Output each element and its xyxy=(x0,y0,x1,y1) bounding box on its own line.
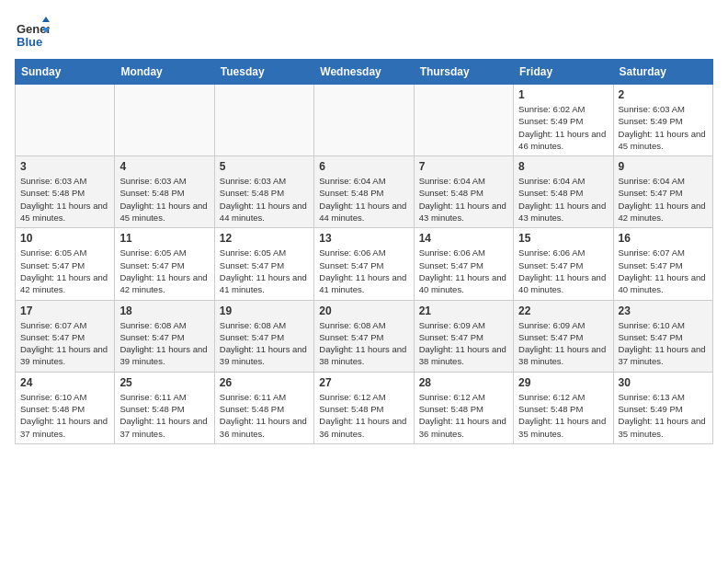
day-number: 27 xyxy=(319,376,408,389)
day-info: Sunrise: 6:03 AM Sunset: 5:48 PM Dayligh… xyxy=(119,175,209,224)
day-info: Sunrise: 6:04 AM Sunset: 5:47 PM Dayligh… xyxy=(619,175,708,224)
calendar-cell: 16Sunrise: 6:07 AM Sunset: 5:47 PM Dayli… xyxy=(613,228,712,300)
calendar-cell: 14Sunrise: 6:06 AM Sunset: 5:47 PM Dayli… xyxy=(414,228,513,300)
day-info: Sunrise: 6:08 AM Sunset: 5:47 PM Dayligh… xyxy=(119,319,209,368)
day-number: 23 xyxy=(619,304,708,317)
day-info: Sunrise: 6:06 AM Sunset: 5:47 PM Dayligh… xyxy=(518,247,608,295)
day-number: 30 xyxy=(619,376,708,389)
day-info: Sunrise: 6:07 AM Sunset: 5:47 PM Dayligh… xyxy=(619,247,708,295)
calendar-cell: 26Sunrise: 6:11 AM Sunset: 5:48 PM Dayli… xyxy=(214,372,313,443)
calendar-cell: 27Sunrise: 6:12 AM Sunset: 5:48 PM Dayli… xyxy=(314,372,414,443)
day-info: Sunrise: 6:11 AM Sunset: 5:48 PM Dayligh… xyxy=(119,391,209,440)
day-number: 29 xyxy=(518,376,608,389)
weekday-header-sunday: Sunday xyxy=(16,60,115,85)
day-info: Sunrise: 6:09 AM Sunset: 5:47 PM Dayligh… xyxy=(518,319,608,368)
calendar-cell: 29Sunrise: 6:12 AM Sunset: 5:48 PM Dayli… xyxy=(514,372,613,443)
calendar-cell: 20Sunrise: 6:08 AM Sunset: 5:47 PM Dayli… xyxy=(314,300,414,372)
calendar-cell: 19Sunrise: 6:08 AM Sunset: 5:47 PM Dayli… xyxy=(214,300,313,372)
day-number: 10 xyxy=(20,232,109,245)
day-info: Sunrise: 6:08 AM Sunset: 5:47 PM Dayligh… xyxy=(319,319,408,368)
calendar-cell: 22Sunrise: 6:09 AM Sunset: 5:47 PM Dayli… xyxy=(514,300,613,372)
calendar-cell: 3Sunrise: 6:03 AM Sunset: 5:48 PM Daylig… xyxy=(16,156,115,228)
day-info: Sunrise: 6:09 AM Sunset: 5:47 PM Dayligh… xyxy=(419,319,508,368)
calendar-cell xyxy=(115,85,214,156)
svg-marker-2 xyxy=(42,17,50,22)
day-info: Sunrise: 6:05 AM Sunset: 5:47 PM Dayligh… xyxy=(220,247,309,295)
day-number: 15 xyxy=(518,232,608,245)
calendar-cell: 8Sunrise: 6:04 AM Sunset: 5:48 PM Daylig… xyxy=(514,156,613,228)
calendar-week-5: 24Sunrise: 6:10 AM Sunset: 5:48 PM Dayli… xyxy=(16,372,713,443)
day-number: 22 xyxy=(518,304,608,317)
calendar-week-3: 10Sunrise: 6:05 AM Sunset: 5:47 PM Dayli… xyxy=(16,228,713,300)
day-number: 21 xyxy=(419,304,508,317)
calendar-week-4: 17Sunrise: 6:07 AM Sunset: 5:47 PM Dayli… xyxy=(16,300,713,372)
day-info: Sunrise: 6:05 AM Sunset: 5:47 PM Dayligh… xyxy=(20,247,109,295)
day-number: 26 xyxy=(220,376,309,389)
day-number: 20 xyxy=(319,304,408,317)
day-number: 7 xyxy=(419,160,508,173)
day-info: Sunrise: 6:04 AM Sunset: 5:48 PM Dayligh… xyxy=(419,175,508,224)
calendar-cell: 30Sunrise: 6:13 AM Sunset: 5:49 PM Dayli… xyxy=(613,372,712,443)
calendar-cell: 5Sunrise: 6:03 AM Sunset: 5:48 PM Daylig… xyxy=(214,156,313,228)
day-info: Sunrise: 6:07 AM Sunset: 5:47 PM Dayligh… xyxy=(20,319,109,368)
calendar-cell: 21Sunrise: 6:09 AM Sunset: 5:47 PM Dayli… xyxy=(414,300,513,372)
day-number: 28 xyxy=(419,376,508,389)
calendar-cell: 24Sunrise: 6:10 AM Sunset: 5:48 PM Dayli… xyxy=(16,372,115,443)
day-info: Sunrise: 6:08 AM Sunset: 5:47 PM Dayligh… xyxy=(220,319,309,368)
calendar-cell: 11Sunrise: 6:05 AM Sunset: 5:47 PM Dayli… xyxy=(115,228,214,300)
day-info: Sunrise: 6:04 AM Sunset: 5:48 PM Dayligh… xyxy=(319,175,408,224)
calendar-header-row: SundayMondayTuesdayWednesdayThursdayFrid… xyxy=(16,60,713,85)
day-number: 5 xyxy=(220,160,309,173)
calendar-body: 1Sunrise: 6:02 AM Sunset: 5:49 PM Daylig… xyxy=(16,85,713,444)
day-number: 17 xyxy=(20,304,109,317)
page-header: General Blue xyxy=(15,15,713,50)
calendar-week-2: 3Sunrise: 6:03 AM Sunset: 5:48 PM Daylig… xyxy=(16,156,713,228)
logo-icon: General Blue xyxy=(15,15,50,50)
day-info: Sunrise: 6:12 AM Sunset: 5:48 PM Dayligh… xyxy=(518,391,608,440)
day-info: Sunrise: 6:06 AM Sunset: 5:47 PM Dayligh… xyxy=(419,247,508,295)
day-info: Sunrise: 6:10 AM Sunset: 5:47 PM Dayligh… xyxy=(619,319,708,368)
day-info: Sunrise: 6:02 AM Sunset: 5:49 PM Dayligh… xyxy=(518,103,608,152)
calendar-cell: 4Sunrise: 6:03 AM Sunset: 5:48 PM Daylig… xyxy=(115,156,214,228)
calendar-cell xyxy=(414,85,513,156)
weekday-header-friday: Friday xyxy=(514,60,613,85)
weekday-header-thursday: Thursday xyxy=(414,60,513,85)
calendar-cell: 7Sunrise: 6:04 AM Sunset: 5:48 PM Daylig… xyxy=(414,156,513,228)
weekday-header-saturday: Saturday xyxy=(613,60,712,85)
day-number: 16 xyxy=(619,232,708,245)
calendar-cell: 28Sunrise: 6:12 AM Sunset: 5:48 PM Dayli… xyxy=(414,372,513,443)
day-number: 13 xyxy=(319,232,408,245)
day-number: 12 xyxy=(220,232,309,245)
day-info: Sunrise: 6:04 AM Sunset: 5:48 PM Dayligh… xyxy=(518,175,608,224)
calendar-cell: 18Sunrise: 6:08 AM Sunset: 5:47 PM Dayli… xyxy=(115,300,214,372)
day-number: 1 xyxy=(518,88,608,101)
day-info: Sunrise: 6:05 AM Sunset: 5:47 PM Dayligh… xyxy=(119,247,209,295)
weekday-header-wednesday: Wednesday xyxy=(314,60,414,85)
day-number: 14 xyxy=(419,232,508,245)
day-number: 4 xyxy=(119,160,209,173)
day-number: 6 xyxy=(319,160,408,173)
day-info: Sunrise: 6:03 AM Sunset: 5:48 PM Dayligh… xyxy=(20,175,109,224)
calendar-cell: 13Sunrise: 6:06 AM Sunset: 5:47 PM Dayli… xyxy=(314,228,414,300)
calendar-cell: 12Sunrise: 6:05 AM Sunset: 5:47 PM Dayli… xyxy=(214,228,313,300)
day-number: 3 xyxy=(20,160,109,173)
day-info: Sunrise: 6:13 AM Sunset: 5:49 PM Dayligh… xyxy=(619,391,708,440)
day-number: 9 xyxy=(619,160,708,173)
day-info: Sunrise: 6:11 AM Sunset: 5:48 PM Dayligh… xyxy=(220,391,309,440)
calendar-cell xyxy=(214,85,313,156)
calendar-cell: 23Sunrise: 6:10 AM Sunset: 5:47 PM Dayli… xyxy=(613,300,712,372)
calendar-cell: 25Sunrise: 6:11 AM Sunset: 5:48 PM Dayli… xyxy=(115,372,214,443)
calendar-cell: 2Sunrise: 6:03 AM Sunset: 5:49 PM Daylig… xyxy=(613,85,712,156)
day-number: 8 xyxy=(518,160,608,173)
weekday-header-tuesday: Tuesday xyxy=(214,60,313,85)
calendar-cell: 17Sunrise: 6:07 AM Sunset: 5:47 PM Dayli… xyxy=(16,300,115,372)
day-info: Sunrise: 6:12 AM Sunset: 5:48 PM Dayligh… xyxy=(319,391,408,440)
calendar-week-1: 1Sunrise: 6:02 AM Sunset: 5:49 PM Daylig… xyxy=(16,85,713,156)
day-number: 19 xyxy=(220,304,309,317)
day-number: 2 xyxy=(619,88,708,101)
day-number: 25 xyxy=(119,376,209,389)
day-info: Sunrise: 6:03 AM Sunset: 5:49 PM Dayligh… xyxy=(619,103,708,152)
calendar-cell: 15Sunrise: 6:06 AM Sunset: 5:47 PM Dayli… xyxy=(514,228,613,300)
calendar-cell: 10Sunrise: 6:05 AM Sunset: 5:47 PM Dayli… xyxy=(16,228,115,300)
calendar-cell: 9Sunrise: 6:04 AM Sunset: 5:47 PM Daylig… xyxy=(613,156,712,228)
